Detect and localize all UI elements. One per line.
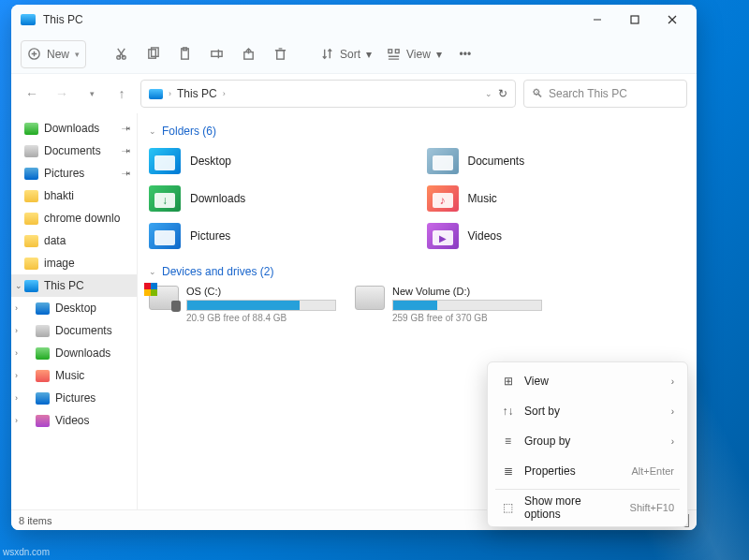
- drive-New Volume (D:)[interactable]: New Volume (D:)259 GB free of 370 GB: [355, 286, 542, 323]
- rename-button[interactable]: [202, 40, 230, 68]
- sidebar-item-documents[interactable]: ›Documents: [11, 319, 137, 342]
- sidebar-item-data[interactable]: data: [11, 229, 137, 252]
- new-label: New: [47, 48, 69, 61]
- chevron-down-icon: ▾: [75, 50, 80, 59]
- folder-icon: [149, 185, 181, 212]
- folder-icon: [149, 223, 181, 249]
- folder-label: Documents: [468, 155, 525, 168]
- forward-button[interactable]: →: [51, 82, 73, 105]
- more-button[interactable]: •••: [451, 40, 479, 68]
- folder-documents[interactable]: Documents: [427, 145, 686, 177]
- view-button[interactable]: View ▾: [381, 40, 448, 68]
- share-button[interactable]: [234, 40, 262, 68]
- folders-group-header[interactable]: ⌄Folders (6): [149, 125, 685, 138]
- breadcrumb-this-pc[interactable]: This PC: [177, 87, 217, 100]
- menu-item-properties[interactable]: ≣PropertiesAlt+Enter: [492, 456, 683, 486]
- close-button[interactable]: [654, 7, 691, 33]
- sidebar-item-label: Desktop: [55, 302, 96, 315]
- sidebar-item-label: chrome downlo: [44, 212, 120, 225]
- sidebar-item-label: Documents: [44, 144, 101, 157]
- menu-icon: ↑↓: [501, 405, 515, 419]
- sidebar-item-label: bhakti: [44, 189, 74, 202]
- sidebar-item-pictures[interactable]: Pictures📌︎: [11, 162, 137, 184]
- menu-icon: ⊞: [501, 375, 515, 389]
- this-pc-icon: [24, 280, 38, 292]
- chevron-right-icon[interactable]: ›: [15, 303, 18, 313]
- sidebar-item-music[interactable]: ›Music: [11, 364, 137, 387]
- delete-button[interactable]: [266, 40, 294, 68]
- sidebar-item-documents[interactable]: Documents📌︎: [11, 140, 137, 162]
- refresh-button[interactable]: ↻: [498, 87, 507, 100]
- menu-item-group by[interactable]: ≡Group by›: [492, 426, 683, 456]
- window-title: This PC: [43, 13, 579, 26]
- copy-button[interactable]: [139, 40, 167, 68]
- sidebar-item-this-pc[interactable]: ⌄This PC: [11, 274, 137, 297]
- drive-OS (C:)[interactable]: OS (C:)20.9 GB free of 88.4 GB: [149, 286, 336, 323]
- sort-button[interactable]: Sort ▾: [315, 40, 377, 68]
- chevron-right-icon[interactable]: ›: [15, 371, 18, 380]
- address-bar[interactable]: › This PC › ⌄ ↻: [140, 80, 516, 108]
- folder-videos[interactable]: Videos: [427, 220, 686, 252]
- sidebar-item-desktop[interactable]: ›Desktop: [11, 297, 137, 319]
- sidebar-item-downloads[interactable]: ›Downloads: [11, 342, 137, 364]
- chevron-right-icon[interactable]: ›: [15, 348, 18, 358]
- folder-pictures[interactable]: Pictures: [149, 220, 408, 252]
- menu-item-show more options[interactable]: ⬚Show more optionsShift+F10: [492, 493, 683, 523]
- sidebar-item-label: Documents: [55, 324, 112, 337]
- this-pc-icon: [21, 14, 36, 25]
- new-button[interactable]: New ▾: [21, 40, 86, 68]
- folder-icon: [427, 148, 459, 174]
- folder-desktop[interactable]: Desktop: [149, 145, 408, 177]
- sidebar-item-chrome downlo[interactable]: chrome downlo: [11, 207, 137, 229]
- pin-icon: 📌︎: [120, 122, 134, 136]
- menu-item-label: Group by: [524, 435, 570, 448]
- watermark: wsxdn.com: [3, 547, 50, 557]
- folder-icon: [24, 190, 38, 202]
- menu-item-label: Show more options: [524, 494, 621, 521]
- svg-rect-18: [276, 51, 284, 59]
- sidebar-item-pictures[interactable]: ›Pictures: [11, 387, 137, 409]
- sidebar-item-videos[interactable]: ›Videos: [11, 409, 137, 432]
- titlebar[interactable]: This PC: [11, 5, 697, 35]
- chevron-down-icon: ⌄: [149, 267, 156, 276]
- menu-item-sort by[interactable]: ↑↓Sort by›: [492, 396, 683, 426]
- sidebar-item-label: Downloads: [55, 346, 110, 360]
- cut-button[interactable]: [107, 40, 135, 68]
- folder-icon: [24, 123, 38, 135]
- minimize-button[interactable]: [579, 7, 616, 33]
- sidebar-item-label: This PC: [44, 279, 84, 292]
- up-button[interactable]: ↑: [110, 82, 133, 105]
- folder-music[interactable]: Music: [427, 183, 686, 214]
- folder-label: Pictures: [190, 229, 230, 243]
- drives-group-header[interactable]: ⌄Devices and drives (2): [149, 265, 685, 278]
- chevron-down-icon[interactable]: ⌄: [15, 281, 22, 290]
- maximize-button[interactable]: [616, 7, 654, 33]
- paste-button[interactable]: [170, 40, 198, 68]
- chevron-down-icon[interactable]: ⌄: [485, 89, 492, 98]
- drive-free-text: 259 GB free of 370 GB: [392, 313, 542, 323]
- chevron-right-icon[interactable]: ›: [15, 416, 18, 425]
- menu-shortcut: Alt+Enter: [631, 465, 674, 477]
- nav-row: ← → ▾ ↑ › This PC › ⌄ ↻ 🔍︎ Search This P…: [11, 74, 697, 113]
- chevron-right-icon[interactable]: ›: [15, 393, 18, 403]
- sidebar-item-downloads[interactable]: Downloads📌︎: [11, 117, 137, 140]
- back-button[interactable]: ←: [21, 82, 43, 105]
- folder-icon: [36, 302, 50, 315]
- folder-label: Desktop: [190, 155, 231, 168]
- chevron-down-icon: ▾: [436, 48, 442, 61]
- search-box[interactable]: 🔍︎ Search This PC: [523, 80, 687, 108]
- menu-item-view[interactable]: ⊞View›: [492, 366, 683, 396]
- chevron-right-icon[interactable]: ›: [15, 326, 18, 335]
- pin-icon: 📌︎: [120, 144, 134, 158]
- sort-label: Sort: [340, 48, 360, 61]
- sidebar-item-image[interactable]: image: [11, 252, 137, 274]
- folder-label: Downloads: [190, 192, 245, 205]
- sidebar-item-label: Pictures: [44, 167, 84, 180]
- recent-button[interactable]: ▾: [81, 82, 103, 105]
- sidebar-item-bhakti[interactable]: bhakti: [11, 184, 137, 207]
- menu-item-label: Sort by: [524, 405, 560, 418]
- folder-icon: [24, 258, 38, 270]
- folder-downloads[interactable]: Downloads: [149, 183, 408, 214]
- chevron-right-icon: ›: [671, 406, 674, 417]
- sidebar-item-label: Pictures: [55, 391, 95, 405]
